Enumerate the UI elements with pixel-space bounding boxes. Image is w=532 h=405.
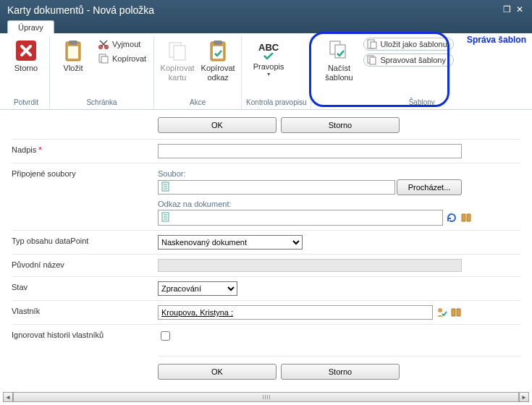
book-icon[interactable] — [450, 307, 462, 318]
label-nadpis: Nadpis * — [12, 144, 158, 155]
cancel-icon — [14, 39, 38, 62]
ribbon-group-label: Potvrdit — [7, 97, 45, 109]
storno-label: Storno — [14, 64, 38, 73]
soubor-path — [158, 180, 395, 195]
typ-select[interactable]: Naskenovaný dokument — [158, 235, 303, 250]
ribbon-group-schranka: Vložit Vyjmout Kopírovat Schránka — [50, 36, 154, 109]
kopirovat-odkaz-label: Kopírovat odkaz — [201, 64, 235, 82]
copy-icon — [166, 39, 189, 62]
check-icon — [263, 53, 274, 60]
nacist-label: Načíst šablonu — [325, 64, 353, 82]
annotation-label: Správa šablon — [467, 35, 526, 45]
spravovat-label: Spravovat šablony — [380, 56, 446, 64]
svg-rect-7 — [101, 56, 108, 63]
stav-select[interactable]: Zpracování — [158, 281, 237, 296]
newwindow-icon[interactable]: ❐ — [502, 4, 512, 14]
scroll-left-icon[interactable]: ◄ — [3, 392, 13, 402]
label-puvodni: Původní název — [12, 259, 158, 270]
row-vlastnik: Vlastník — [12, 300, 520, 324]
file-icon — [160, 212, 172, 223]
form-area: OK Storno Nadpis * Připojené soubory Sou… — [0, 110, 532, 392]
page-check-icon — [327, 39, 350, 62]
label-ignorovat: Ignorovat historii vlastníků — [12, 329, 158, 341]
row-pripojene: Připojené soubory Soubor: Procházet... O… — [12, 163, 520, 230]
prochazet-button[interactable]: Procházet... — [397, 179, 462, 195]
button-row-top: OK Storno — [158, 117, 520, 133]
required-mark: * — [38, 145, 41, 154]
person-check-icon[interactable] — [436, 307, 447, 318]
ok-button[interactable]: OK — [158, 117, 276, 133]
ulozit-label: Uložit jako šablonu — [380, 40, 447, 48]
ribbon-group-pravopis: ABC Pravopis ▼ Kontrola pravopisu — [242, 36, 311, 109]
ribbon-group-label: Akce — [159, 97, 237, 109]
nadpis-input[interactable] — [158, 144, 462, 158]
tab-upravy[interactable]: Úpravy — [7, 20, 54, 34]
row-stav: Stav Zpracování — [12, 276, 520, 300]
pages-icon — [367, 55, 377, 65]
row-ignorovat: Ignorovat historii vlastníků — [12, 324, 520, 347]
kopirovat-kartu-label: Kopírovat kartu — [161, 64, 195, 82]
svg-rect-12 — [213, 46, 223, 59]
storno-button[interactable]: Storno — [7, 38, 45, 74]
label-typ: Typ obsahu dataPoint — [12, 235, 158, 247]
storno-form-button-bottom[interactable]: Storno — [281, 364, 400, 380]
window-title: Karty dokumentů - Nová položka — [7, 4, 154, 16]
svg-rect-9 — [174, 46, 185, 60]
svg-rect-2 — [69, 40, 77, 45]
ulozit-sablonu-button[interactable]: Uložit jako šablonu — [363, 38, 453, 51]
ribbon-group-label: Schránka — [54, 97, 149, 109]
kopirovat-button[interactable]: Kopírovat — [95, 52, 149, 65]
horizontal-scrollbar[interactable]: ◄ ► — [3, 392, 529, 402]
vyjmout-label: Vyjmout — [112, 40, 140, 48]
button-row-bottom: OK Storno — [158, 356, 520, 380]
kopirovat-odkaz-button[interactable]: Kopírovat odkaz — [199, 38, 237, 83]
vlastnik-input[interactable] — [158, 305, 433, 320]
ok-button-bottom[interactable]: OK — [158, 364, 276, 380]
label-soubor: Soubor: — [158, 169, 520, 178]
svg-point-21 — [438, 308, 442, 312]
nacist-sablonu-button[interactable]: Načíst šablonu — [320, 38, 358, 83]
storno-form-button[interactable]: Storno — [281, 117, 400, 133]
label-stav: Stav — [12, 281, 158, 293]
clipboard-check-icon — [206, 39, 229, 62]
file-icon — [160, 182, 172, 193]
scroll-thumb[interactable] — [13, 392, 519, 402]
scissors-icon — [98, 38, 109, 50]
pravopis-button[interactable]: ABC Pravopis ▼ — [246, 38, 291, 78]
ribbon: Storno Potvrdit Vložit Vyjmout Kopírovat — [0, 33, 532, 110]
label-pripojene: Připojené soubory — [12, 168, 158, 179]
vlozit-button[interactable]: Vložit — [54, 38, 92, 74]
odkaz-input[interactable] — [158, 210, 443, 226]
svg-rect-16 — [371, 42, 376, 48]
ribbon-group-sablony: Načíst šablonu Uložit jako šablonu Sprav… — [311, 36, 532, 109]
book-icon[interactable] — [460, 212, 472, 223]
window-controls: ❐ ✕ — [502, 4, 525, 14]
scroll-right-icon[interactable]: ► — [519, 392, 529, 402]
refresh-icon[interactable] — [446, 212, 457, 223]
ribbon-group-label: Šablony — [316, 97, 528, 109]
titlebar: Karty dokumentů - Nová položka ❐ ✕ — [0, 0, 532, 33]
row-nadpis: Nadpis * — [12, 139, 520, 163]
vlozit-label: Vložit — [64, 64, 83, 73]
pravopis-label: Pravopis — [253, 62, 284, 72]
page-save-icon — [367, 39, 377, 49]
vyjmout-button[interactable]: Vyjmout — [95, 38, 149, 51]
svg-rect-18 — [370, 57, 376, 64]
row-typ: Typ obsahu dataPoint Naskenovaný dokumen… — [12, 230, 520, 254]
svg-rect-3 — [68, 46, 78, 59]
spravovat-sablony-button[interactable]: Spravovat šablony — [363, 54, 453, 67]
kopirovat-kartu-button[interactable]: Kopírovat kartu — [159, 38, 196, 83]
puvodni-readonly — [158, 259, 462, 272]
copy-icon — [98, 53, 109, 64]
abc-icon: ABC — [258, 42, 279, 53]
row-puvodni: Původní název — [12, 254, 520, 276]
ribbon-group-potvrdit: Storno Potvrdit — [0, 36, 50, 109]
label-vlastnik: Vlastník — [12, 305, 158, 317]
kopirovat-label: Kopírovat — [112, 54, 146, 63]
ribbon-group-label: Kontrola pravopisu — [246, 97, 306, 109]
ribbon-group-akce: Kopírovat kartu Kopírovat odkaz Akce — [154, 36, 242, 109]
clipboard-icon — [62, 39, 85, 62]
label-odkaz: Odkaz na dokument: — [158, 200, 520, 208]
close-icon[interactable]: ✕ — [515, 4, 525, 14]
ignorovat-checkbox[interactable] — [161, 331, 170, 341]
